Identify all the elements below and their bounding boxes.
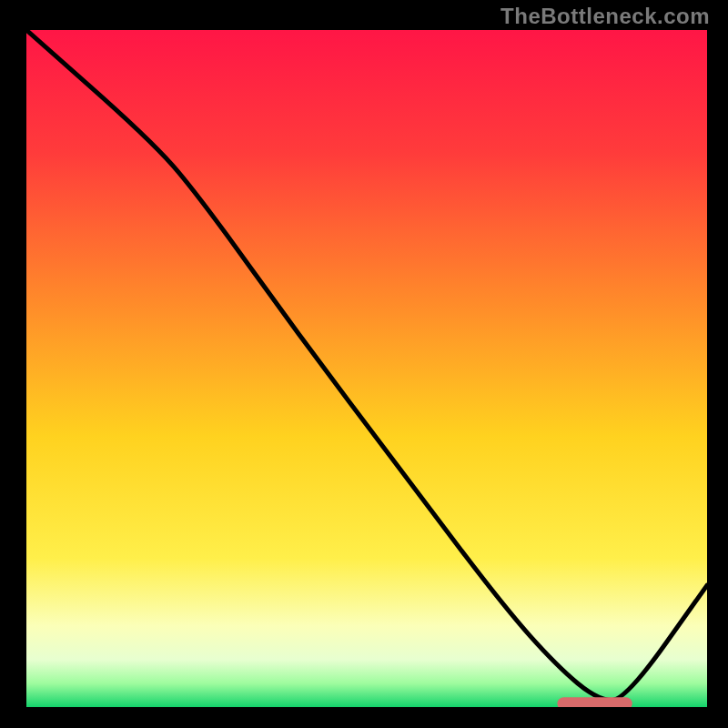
plot-area <box>24 27 704 704</box>
bottleneck-chart <box>26 30 707 707</box>
gradient-background <box>26 30 707 707</box>
watermark-text: TheBottleneck.com <box>500 4 710 29</box>
optimal-range-marker <box>557 697 632 707</box>
chart-frame: TheBottleneck.com <box>0 0 728 728</box>
